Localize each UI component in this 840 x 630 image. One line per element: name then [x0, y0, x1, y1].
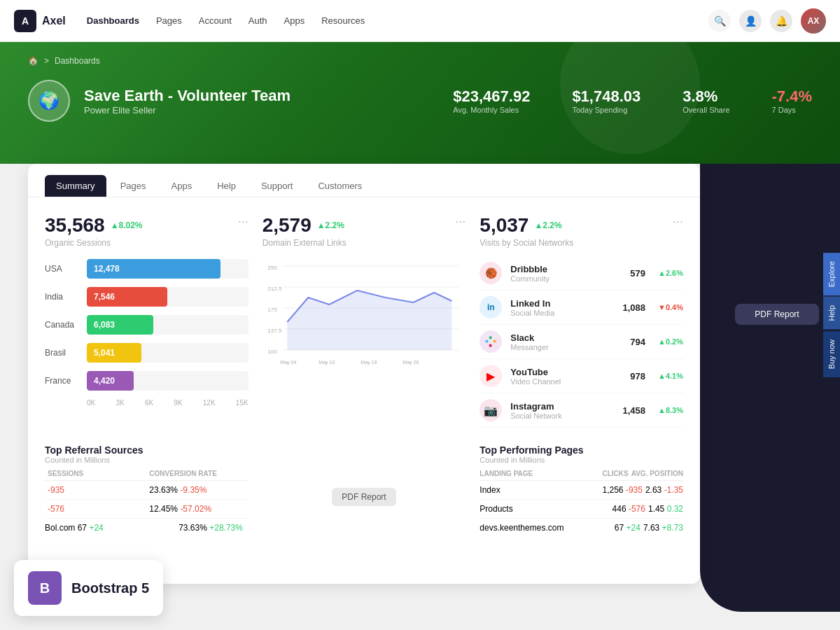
explore-button[interactable]: Explore [823, 253, 840, 295]
top-pages-header: LANDING PAGE CLICKS AVG. POSITION [479, 470, 683, 481]
right-panel: PDF Report [714, 164, 840, 584]
bar-row-brasil: Brasil 5,041 [45, 343, 248, 363]
dark-pdf-button[interactable]: PDF Report [735, 304, 819, 325]
stats-row: 35,568 ▲8.02% Organic Sessions ··· USA [45, 214, 683, 428]
nav-resources[interactable]: Resources [321, 15, 365, 26]
bar-axis: 0K3K6K9K12K15K [45, 399, 248, 407]
svg-text:137.5: 137.5 [267, 328, 282, 334]
organic-sessions-more[interactable]: ··· [238, 214, 248, 229]
breadcrumb-page: Dashboards [55, 56, 100, 66]
tab-support[interactable]: Support [250, 175, 304, 197]
slack-info: Slack Messanger [510, 332, 622, 351]
svg-text:May 04: May 04 [280, 360, 296, 365]
referral-row-2: -576 12.45% -57.02% [45, 500, 248, 519]
social-item-dribbble: 🏀 Dribbble Community 579 ▲2.6% [479, 256, 683, 290]
brand[interactable]: A Axel [14, 10, 66, 32]
external-links-number: 2,579 [262, 214, 312, 237]
hero-banner: 🏠 > Dashboards 🌍 Save Earth - Volunteer … [0, 42, 840, 164]
hero-stat-7days: -7.4% 7 Days [772, 88, 812, 114]
stat-organic-sessions: 35,568 ▲8.02% Organic Sessions ··· USA [45, 214, 248, 428]
dribbble-icon: 🏀 [479, 262, 502, 284]
top-pages: Top Performing Pages Counted in Millions… [479, 444, 683, 537]
user-profile-icon[interactable]: 👤 [739, 10, 762, 32]
social-list: 🏀 Dribbble Community 579 ▲2.6% in Link [479, 256, 683, 428]
bar-chart: USA 12,478 India 7,546 Canad [45, 259, 248, 407]
hero-org-name: Save Earth - Volunteer Team [84, 87, 290, 105]
stat-7days-label: 7 Days [772, 106, 812, 114]
referral-subtitle: Counted in Millions [45, 456, 248, 464]
svg-text:May 18: May 18 [360, 360, 377, 365]
nav-auth[interactable]: Auth [248, 15, 267, 26]
dribbble-info: Dribbble Community [510, 264, 622, 283]
social-item-youtube: ▶ YouTube Video Channel 978 ▲4.1% [479, 359, 683, 393]
nav-actions: 🔍 👤 🔔 AX [708, 8, 826, 34]
organic-sessions-label: Organic Sessions [45, 238, 143, 248]
social-item-instagram: 📷 Instagram Social Network 1,458 ▲8.3% [479, 393, 683, 428]
bar-usa: 12,478 [87, 259, 220, 279]
social-visits-number: 5,037 [479, 214, 528, 237]
instagram-icon: 📷 [479, 399, 502, 421]
tab-apps[interactable]: Apps [160, 175, 204, 197]
linkedin-icon: in [479, 296, 502, 318]
svg-text:100: 100 [267, 349, 277, 355]
nav-pages[interactable]: Pages [156, 15, 182, 26]
dashboard-card: Summary Pages Apps Help Support Customer… [28, 164, 700, 584]
breadcrumb-separator: > [44, 56, 49, 66]
social-item-slack: Slack Messanger 794 ▲0.2% [479, 325, 683, 359]
social-item-linkedin: in Linked In Social Media 1,088 ▼0.4% [479, 290, 683, 325]
bar-france: 4,420 [87, 371, 134, 391]
bar-row-india: India 7,546 [45, 287, 248, 307]
help-button[interactable]: Help [823, 297, 840, 330]
social-visits-more[interactable]: ··· [673, 214, 683, 229]
organic-sessions-number: 35,568 [45, 214, 105, 237]
brand-name: Axel [42, 15, 66, 27]
top-pages-subtitle: Counted in Millions [479, 456, 683, 464]
pdf-report-button[interactable]: PDF Report [332, 488, 396, 506]
social-visits-change: ▲2.2% [534, 220, 561, 230]
stat-monthly-sales-label: Avg. Monthly Sales [453, 106, 530, 114]
referral-header: SESSIONS CONVERSION RATE [45, 470, 248, 481]
bar-canada: 6,083 [87, 315, 153, 335]
stat-external-links: 2,579 ▲2.2% Domain External Links ··· 25… [262, 214, 466, 428]
avatar[interactable]: AX [801, 8, 826, 34]
bottom-row: Top Referral Sources Counted in Millions… [45, 444, 683, 537]
right-labels: Explore Help Buy now [823, 253, 840, 377]
hero-org-subtitle: Power Elite Seller [84, 105, 290, 115]
tab-customers[interactable]: Customers [307, 175, 373, 197]
stat-monthly-sales-value: $23,467.92 [453, 88, 530, 106]
line-chart-svg: 250 212.5 175 137.5 100 [262, 259, 466, 371]
referral-title: Top Referral Sources [45, 444, 248, 456]
linkedin-info: Linked In Social Media [510, 298, 614, 317]
nav-account[interactable]: Account [199, 15, 232, 26]
card-tabs: Summary Pages Apps Help Support Customer… [28, 164, 700, 197]
instagram-info: Instagram Social Network [510, 401, 614, 420]
nav-dashboards[interactable]: Dashboards [87, 15, 139, 26]
top-pages-row-3: devs.keenthemes.com 67 +24 7.63 +8.73 [479, 519, 683, 537]
top-pages-title: Top Performing Pages [479, 444, 683, 456]
brand-icon: A [14, 10, 36, 32]
bar-brasil: 5,041 [87, 343, 141, 363]
breadcrumb-home[interactable]: 🏠 [28, 56, 38, 66]
pdf-report-section: PDF Report [262, 444, 466, 537]
svg-text:212.5: 212.5 [267, 286, 282, 292]
top-pages-row-1: Index 1,256 -935 2.63 -1.35 [479, 481, 683, 500]
bar-row-france: France 4,420 [45, 371, 248, 391]
nav-apps[interactable]: Apps [284, 15, 305, 26]
bar-row-usa: USA 12,478 [45, 259, 248, 279]
notifications-icon[interactable]: 🔔 [770, 10, 792, 32]
svg-rect-15 [489, 337, 492, 340]
stat-social-networks: 5,037 ▲2.2% Visits by Social Networks ··… [479, 214, 683, 428]
line-chart: 250 212.5 175 137.5 100 [262, 259, 466, 374]
external-links-more[interactable]: ··· [455, 214, 465, 229]
buy-now-button[interactable]: Buy now [823, 331, 840, 377]
tab-summary[interactable]: Summary [45, 175, 106, 197]
hero-text: Save Earth - Volunteer Team Power Elite … [84, 87, 290, 115]
slack-icon [479, 330, 502, 353]
tab-help[interactable]: Help [206, 175, 247, 197]
bar-india: 7,546 [87, 287, 167, 307]
search-icon[interactable]: 🔍 [708, 10, 731, 32]
tab-pages[interactable]: Pages [109, 175, 158, 197]
stat-7days-value: -7.4% [772, 88, 812, 106]
bootstrap-text: Bootstrap 5 [71, 580, 149, 596]
referral-sources: Top Referral Sources Counted in Millions… [45, 444, 248, 537]
